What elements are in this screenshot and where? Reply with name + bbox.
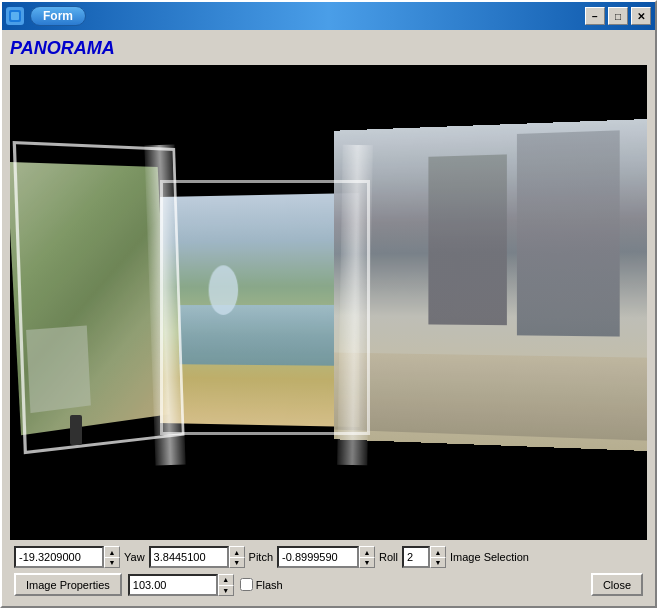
pitch-spin-down[interactable]: ▼ bbox=[229, 557, 245, 568]
svg-rect-1 bbox=[11, 12, 19, 20]
pano-center-panel bbox=[160, 193, 359, 427]
yaw-label: Yaw bbox=[124, 551, 145, 563]
roll-spinbox: ▲ ▼ bbox=[277, 546, 375, 568]
pano-seam-right bbox=[337, 145, 373, 465]
flash-container: Flash bbox=[240, 578, 283, 591]
value-input[interactable] bbox=[128, 574, 218, 596]
yaw-spin-down[interactable]: ▼ bbox=[104, 557, 120, 568]
pano-person-figure bbox=[70, 415, 82, 445]
maximize-button[interactable]: □ bbox=[608, 7, 628, 25]
pano-building1 bbox=[517, 130, 620, 336]
image-sel-spinbox: ▲ ▼ bbox=[402, 546, 446, 568]
pano-building2 bbox=[428, 154, 506, 325]
close-button[interactable]: Close bbox=[591, 573, 643, 596]
close-window-button[interactable]: ✕ bbox=[631, 7, 651, 25]
image-sel-input[interactable] bbox=[402, 546, 430, 568]
panorama-canvas bbox=[10, 65, 647, 540]
main-window: Form − □ ✕ PANORAMA bbox=[0, 0, 657, 608]
yaw-input[interactable] bbox=[14, 546, 104, 568]
pano-water bbox=[179, 305, 338, 366]
pitch-spin-buttons: ▲ ▼ bbox=[229, 546, 245, 568]
value-spinbox: ▲ ▼ bbox=[128, 574, 234, 596]
roll-spin-up[interactable]: ▲ bbox=[359, 546, 375, 557]
roll-spin-buttons: ▲ ▼ bbox=[359, 546, 375, 568]
yaw-spin-buttons: ▲ ▼ bbox=[104, 546, 120, 568]
value-spin-down[interactable]: ▼ bbox=[218, 585, 234, 596]
value-spin-up[interactable]: ▲ bbox=[218, 574, 234, 585]
yaw-spin-up[interactable]: ▲ bbox=[104, 546, 120, 557]
pano-images bbox=[10, 65, 647, 540]
pitch-input[interactable] bbox=[149, 546, 229, 568]
flash-label: Flash bbox=[256, 579, 283, 591]
image-properties-button[interactable]: Image Properties bbox=[14, 573, 122, 596]
roll-input[interactable] bbox=[277, 546, 359, 568]
pano-left-detail bbox=[26, 325, 91, 413]
window-icon bbox=[6, 7, 24, 25]
pano-fountain bbox=[209, 265, 239, 315]
image-sel-spin-buttons: ▲ ▼ bbox=[430, 546, 446, 568]
app-title: PANORAMA bbox=[10, 38, 647, 59]
value-spin-buttons: ▲ ▼ bbox=[218, 574, 234, 596]
titlebar-left: Form bbox=[6, 6, 86, 26]
yaw-spinbox: ▲ ▼ bbox=[14, 546, 120, 568]
image-sel-spin-down[interactable]: ▼ bbox=[430, 557, 446, 568]
image-sel-label: Image Selection bbox=[450, 551, 529, 563]
pitch-spin-up[interactable]: ▲ bbox=[229, 546, 245, 557]
pitch-spinbox: ▲ ▼ bbox=[149, 546, 245, 568]
controls-area: ▲ ▼ Yaw ▲ ▼ Pitch bbox=[10, 540, 647, 600]
window-title: Form bbox=[30, 6, 86, 26]
pano-seam-left bbox=[144, 145, 185, 466]
controls-row2: Image Properties ▲ ▼ Flash Close bbox=[14, 573, 643, 596]
roll-spin-down[interactable]: ▼ bbox=[359, 557, 375, 568]
minimize-button[interactable]: − bbox=[585, 7, 605, 25]
image-sel-spin-up[interactable]: ▲ bbox=[430, 546, 446, 557]
pitch-label: Pitch bbox=[249, 551, 273, 563]
content-area: PANORAMA bbox=[2, 30, 655, 606]
controls-row1: ▲ ▼ Yaw ▲ ▼ Pitch bbox=[14, 546, 643, 568]
pano-ground bbox=[334, 352, 647, 440]
titlebar: Form − □ ✕ bbox=[2, 2, 655, 30]
flash-checkbox[interactable] bbox=[240, 578, 253, 591]
pano-right-panel bbox=[334, 119, 647, 451]
titlebar-buttons: − □ ✕ bbox=[585, 7, 651, 25]
roll-label: Roll bbox=[379, 551, 398, 563]
